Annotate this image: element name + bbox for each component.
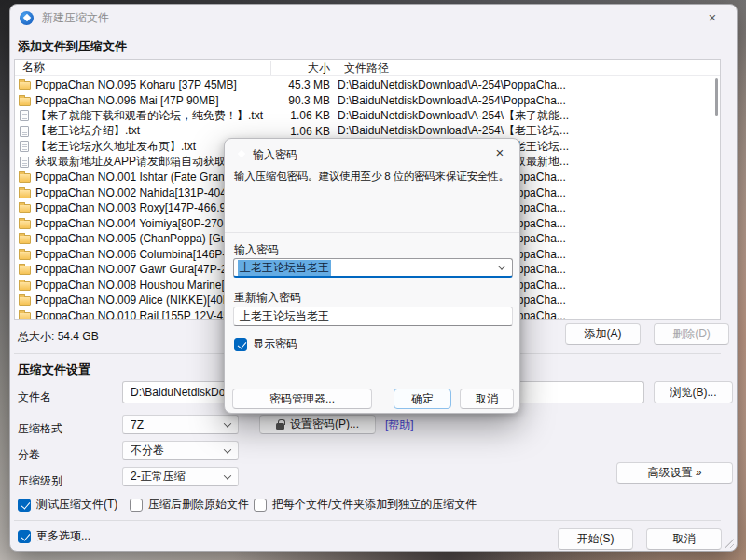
column-header-size[interactable]: 大小 bbox=[270, 61, 330, 75]
checkbox-icon[interactable] bbox=[234, 338, 247, 351]
app-icon bbox=[20, 11, 34, 25]
volume-value: 不分卷 bbox=[131, 443, 164, 458]
format-label: 压缩格式 bbox=[18, 421, 62, 437]
folder-icon bbox=[19, 220, 31, 229]
confirm-password-label: 重新输入密码 bbox=[234, 290, 301, 306]
password-combobox[interactable]: 上老王论坛当老王 bbox=[233, 258, 513, 278]
file-name: PoppaChan NO.095 Koharu [37P 45MB] bbox=[35, 78, 270, 91]
file-path: D:\BaiduNetdiskDownload\A-254\【来了就能... bbox=[338, 108, 720, 124]
file-name: PoppaChan NO.096 Mai [47P 90MB] bbox=[35, 94, 270, 107]
filename-label: 文件名 bbox=[18, 389, 51, 405]
checkbox-icon[interactable] bbox=[130, 499, 143, 512]
folder-icon bbox=[19, 189, 31, 198]
dialog-close-icon[interactable]: × bbox=[490, 143, 510, 162]
folder-icon bbox=[19, 296, 31, 306]
window-title: 新建压缩文件 bbox=[42, 10, 109, 26]
password-manager-button[interactable]: 密码管理器... bbox=[232, 389, 372, 409]
section-archive-settings-title: 压缩文件设置 bbox=[18, 362, 90, 378]
dialog-app-icon bbox=[234, 146, 247, 159]
set-password-button[interactable]: 设置密码(P)... bbox=[259, 415, 376, 434]
resize-grip[interactable] bbox=[725, 539, 734, 548]
chevron-down-icon bbox=[224, 471, 231, 479]
chevron-down-icon bbox=[498, 262, 505, 269]
file-name: 【来了就能下载和观看的论坛，纯免费！】.txt bbox=[35, 108, 270, 124]
folder-icon bbox=[19, 266, 31, 275]
option-checkbox-label: 把每个文件/文件夹添加到独立的压缩文件 bbox=[272, 497, 477, 512]
level-label: 压缩级别 bbox=[18, 473, 62, 489]
separator bbox=[14, 520, 721, 521]
text-file-icon bbox=[20, 126, 29, 137]
file-path: D:\BaiduNetdiskDownload\A-254\PoppaCha..… bbox=[338, 78, 720, 91]
scrollbar-thumb[interactable] bbox=[715, 78, 718, 116]
section-add-files-title: 添加文件到压缩文件 bbox=[18, 38, 127, 55]
text-file-icon bbox=[20, 157, 29, 168]
file-name: 【老王论坛介绍】.txt bbox=[35, 123, 270, 139]
browse-button[interactable]: 浏览(B)... bbox=[654, 381, 733, 403]
format-dropdown[interactable]: 7Z bbox=[122, 415, 239, 434]
set-password-label: 设置密码(P)... bbox=[290, 417, 359, 432]
checkbox-icon[interactable] bbox=[254, 499, 267, 512]
option-checkbox-label: 压缩后删除原始文件 bbox=[148, 497, 249, 512]
folder-icon bbox=[19, 173, 31, 183]
chevron-down-icon bbox=[224, 445, 231, 453]
total-size-label: 总大小: 54.4 GB bbox=[18, 329, 99, 345]
help-link[interactable]: [帮助] bbox=[385, 417, 414, 433]
start-button[interactable]: 开始(S) bbox=[558, 528, 633, 550]
column-header-name[interactable]: 名称 bbox=[15, 60, 270, 75]
checkbox-icon[interactable] bbox=[18, 499, 31, 512]
window-close-icon[interactable]: × bbox=[701, 8, 724, 27]
folder-icon bbox=[19, 97, 31, 106]
folder-icon bbox=[19, 312, 31, 319]
format-value: 7Z bbox=[131, 418, 144, 431]
option-checkbox[interactable]: 测试压缩文件(T) bbox=[18, 497, 117, 512]
show-password-label: 显示密码 bbox=[253, 336, 297, 352]
dialog-title: 输入密码 bbox=[253, 147, 297, 163]
folder-icon bbox=[19, 281, 31, 291]
text-file-icon bbox=[20, 141, 29, 152]
confirm-password-input[interactable]: 上老王论坛当老王 bbox=[233, 307, 513, 326]
dialog-description: 输入压缩包密码。建议使用至少 8 位的密码来保证安全性。 bbox=[234, 170, 509, 184]
option-checkbox[interactable]: 把每个文件/文件夹添加到独立的压缩文件 bbox=[254, 497, 477, 512]
show-password-checkbox[interactable]: 显示密码 bbox=[234, 336, 297, 352]
separator bbox=[225, 232, 519, 233]
file-path: D:\BaiduNetdiskDownload\A-254\【老王论坛... bbox=[338, 123, 720, 139]
table-row[interactable]: 【老王论坛介绍】.txt1.06 KBD:\BaiduNetdiskDownlo… bbox=[15, 124, 720, 140]
volume-label: 分卷 bbox=[18, 447, 40, 463]
table-row[interactable]: 【来了就能下载和观看的论坛，纯免费！】.txt1.06 KBD:\BaiduNe… bbox=[15, 108, 720, 124]
file-size: 1.06 KB bbox=[270, 125, 330, 138]
file-size: 45.3 MB bbox=[270, 78, 330, 91]
file-list-header[interactable]: 名称 大小 文件路径 bbox=[15, 60, 720, 76]
advanced-settings-button[interactable]: 高级设置 » bbox=[616, 462, 733, 484]
volume-dropdown[interactable]: 不分卷 bbox=[122, 441, 239, 460]
cancel-button[interactable]: 取消 bbox=[646, 528, 722, 550]
folder-icon bbox=[19, 204, 31, 213]
column-header-path[interactable]: 文件路径 bbox=[338, 61, 720, 75]
option-checkbox[interactable]: 压缩后删除原始文件 bbox=[130, 497, 249, 512]
option-checkbox-label: 测试压缩文件(T) bbox=[36, 497, 117, 512]
level-dropdown[interactable]: 2-正常压缩 bbox=[122, 467, 239, 486]
folder-icon bbox=[19, 251, 31, 260]
file-size: 1.06 KB bbox=[270, 109, 330, 122]
ok-button[interactable]: 确定 bbox=[394, 389, 451, 409]
more-options-checkbox[interactable]: 更多选项... bbox=[18, 528, 90, 544]
table-row[interactable]: PoppaChan NO.095 Koharu [37P 45MB]45.3 M… bbox=[15, 77, 720, 93]
text-file-icon bbox=[20, 110, 29, 121]
add-button[interactable]: 添加(A) bbox=[565, 323, 641, 345]
titlebar: 新建压缩文件 × bbox=[10, 5, 737, 31]
dialog-cancel-button[interactable]: 取消 bbox=[460, 389, 514, 409]
chevron-down-icon bbox=[224, 419, 231, 427]
checkbox-icon[interactable] bbox=[18, 530, 31, 543]
folder-icon bbox=[19, 235, 31, 244]
folder-icon bbox=[19, 81, 31, 90]
table-row[interactable]: PoppaChan NO.096 Mai [47P 90MB]90.3 MBD:… bbox=[15, 93, 720, 109]
password-value-selected: 上老王论坛当老王 bbox=[238, 260, 331, 276]
level-value: 2-正常压缩 bbox=[131, 469, 186, 485]
file-path: D:\BaiduNetdiskDownload\A-254\PoppaCha..… bbox=[338, 94, 720, 107]
password-dialog: 输入密码 × 输入压缩包密码。建议使用至少 8 位的密码来保证安全性。 输入密码… bbox=[224, 138, 520, 414]
password-label: 输入密码 bbox=[234, 242, 279, 258]
more-options-label: 更多选项... bbox=[36, 528, 90, 544]
list-scrollbar[interactable] bbox=[714, 78, 718, 317]
lock-icon bbox=[276, 423, 284, 430]
file-size: 90.3 MB bbox=[270, 94, 330, 107]
delete-button[interactable]: 删除(D) bbox=[654, 323, 729, 345]
